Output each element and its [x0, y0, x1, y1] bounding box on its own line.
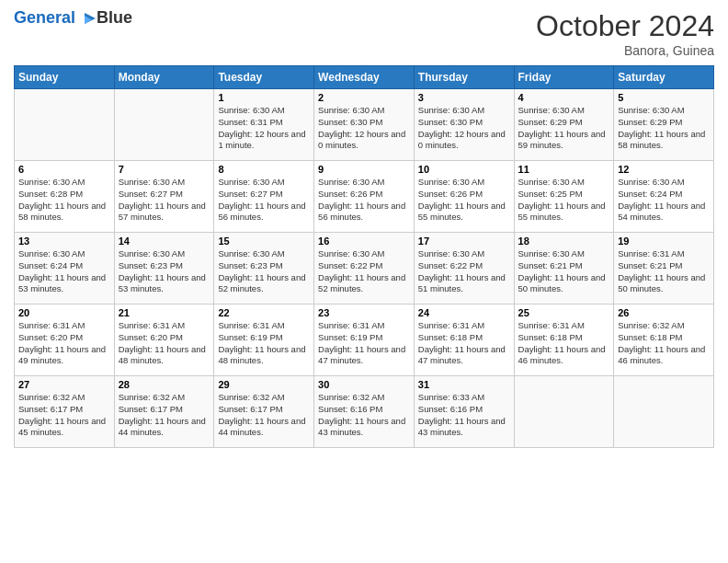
calendar-table: SundayMondayTuesdayWednesdayThursdayFrid… — [14, 65, 714, 448]
calendar-cell: 18Sunrise: 6:30 AM Sunset: 6:21 PM Dayli… — [514, 233, 614, 304]
day-number: 28 — [119, 379, 210, 390]
calendar-cell: 3Sunrise: 6:30 AM Sunset: 6:30 PM Daylig… — [414, 89, 514, 161]
calendar-cell: 26Sunrise: 6:32 AM Sunset: 6:18 PM Dayli… — [614, 304, 714, 376]
day-number: 8 — [218, 164, 310, 175]
day-content: Sunrise: 6:30 AM Sunset: 6:24 PM Dayligh… — [618, 177, 710, 224]
day-content: Sunrise: 6:31 AM Sunset: 6:18 PM Dayligh… — [518, 320, 610, 367]
month-title: October 2024 — [536, 9, 714, 43]
page: General Blue October 2024 Banora, Guinea… — [0, 0, 728, 563]
calendar-cell — [114, 89, 214, 161]
day-content: Sunrise: 6:32 AM Sunset: 6:17 PM Dayligh… — [18, 392, 110, 439]
calendar-cell: 17Sunrise: 6:30 AM Sunset: 6:22 PM Dayli… — [414, 233, 514, 304]
day-number: 14 — [119, 236, 210, 247]
day-number: 21 — [119, 307, 210, 318]
day-header-sunday: Sunday — [15, 66, 115, 89]
day-number: 9 — [318, 164, 410, 175]
day-header-saturday: Saturday — [614, 66, 714, 89]
day-content: Sunrise: 6:31 AM Sunset: 6:18 PM Dayligh… — [418, 320, 510, 367]
day-number: 18 — [518, 236, 610, 247]
day-number: 5 — [618, 92, 710, 103]
day-content: Sunrise: 6:30 AM Sunset: 6:21 PM Dayligh… — [518, 248, 610, 295]
day-number: 23 — [318, 307, 410, 318]
day-content: Sunrise: 6:33 AM Sunset: 6:16 PM Dayligh… — [418, 392, 510, 439]
header-row: SundayMondayTuesdayWednesdayThursdayFrid… — [15, 66, 714, 89]
calendar-cell: 20Sunrise: 6:31 AM Sunset: 6:20 PM Dayli… — [15, 304, 115, 376]
day-header-thursday: Thursday — [414, 66, 514, 89]
day-number: 3 — [418, 92, 510, 103]
day-content: Sunrise: 6:30 AM Sunset: 6:27 PM Dayligh… — [218, 177, 310, 224]
calendar-cell: 9Sunrise: 6:30 AM Sunset: 6:26 PM Daylig… — [314, 161, 415, 233]
calendar-cell: 19Sunrise: 6:31 AM Sunset: 6:21 PM Dayli… — [614, 233, 714, 304]
day-number: 11 — [518, 164, 610, 175]
day-number: 29 — [218, 379, 310, 390]
calendar-cell: 4Sunrise: 6:30 AM Sunset: 6:29 PM Daylig… — [514, 89, 614, 161]
week-row-2: 13Sunrise: 6:30 AM Sunset: 6:24 PM Dayli… — [15, 233, 714, 304]
day-number: 17 — [418, 236, 510, 247]
calendar-cell: 7Sunrise: 6:30 AM Sunset: 6:27 PM Daylig… — [114, 161, 214, 233]
day-content: Sunrise: 6:32 AM Sunset: 6:18 PM Dayligh… — [618, 320, 710, 367]
day-number: 19 — [618, 236, 710, 247]
calendar-cell: 5Sunrise: 6:30 AM Sunset: 6:29 PM Daylig… — [614, 89, 714, 161]
location-subtitle: Banora, Guinea — [536, 43, 714, 58]
title-section: October 2024 Banora, Guinea — [536, 9, 714, 58]
calendar-cell: 22Sunrise: 6:31 AM Sunset: 6:19 PM Dayli… — [214, 304, 314, 376]
day-content: Sunrise: 6:30 AM Sunset: 6:27 PM Dayligh… — [119, 177, 210, 224]
day-header-wednesday: Wednesday — [314, 66, 415, 89]
calendar-cell: 21Sunrise: 6:31 AM Sunset: 6:20 PM Dayli… — [114, 304, 214, 376]
day-content: Sunrise: 6:30 AM Sunset: 6:29 PM Dayligh… — [618, 105, 710, 152]
day-content: Sunrise: 6:32 AM Sunset: 6:16 PM Dayligh… — [318, 392, 410, 439]
day-header-tuesday: Tuesday — [214, 66, 314, 89]
calendar-cell: 10Sunrise: 6:30 AM Sunset: 6:26 PM Dayli… — [414, 161, 514, 233]
day-number: 20 — [18, 307, 110, 318]
calendar-cell — [15, 89, 115, 161]
calendar-cell: 13Sunrise: 6:30 AM Sunset: 6:24 PM Dayli… — [15, 233, 115, 304]
calendar-cell: 8Sunrise: 6:30 AM Sunset: 6:27 PM Daylig… — [214, 161, 314, 233]
day-header-monday: Monday — [114, 66, 214, 89]
day-content: Sunrise: 6:30 AM Sunset: 6:22 PM Dayligh… — [318, 248, 410, 295]
day-number: 16 — [318, 236, 410, 247]
logo-text2: Blue — [97, 9, 132, 28]
calendar-cell: 11Sunrise: 6:30 AM Sunset: 6:25 PM Dayli… — [514, 161, 614, 233]
day-content: Sunrise: 6:30 AM Sunset: 6:23 PM Dayligh… — [218, 248, 310, 295]
day-number: 6 — [18, 164, 110, 175]
day-number: 24 — [418, 307, 510, 318]
calendar-cell: 31Sunrise: 6:33 AM Sunset: 6:16 PM Dayli… — [414, 376, 514, 448]
day-number: 7 — [119, 164, 210, 175]
day-content: Sunrise: 6:31 AM Sunset: 6:21 PM Dayligh… — [618, 248, 710, 295]
day-header-friday: Friday — [514, 66, 614, 89]
day-content: Sunrise: 6:30 AM Sunset: 6:22 PM Dayligh… — [418, 248, 510, 295]
calendar-cell: 28Sunrise: 6:32 AM Sunset: 6:17 PM Dayli… — [114, 376, 214, 448]
day-content: Sunrise: 6:32 AM Sunset: 6:17 PM Dayligh… — [119, 392, 210, 439]
day-content: Sunrise: 6:30 AM Sunset: 6:24 PM Dayligh… — [18, 248, 110, 295]
day-content: Sunrise: 6:30 AM Sunset: 6:26 PM Dayligh… — [318, 177, 410, 224]
day-number: 1 — [218, 92, 310, 103]
day-number: 13 — [18, 236, 110, 247]
day-number: 22 — [218, 307, 310, 318]
day-number: 30 — [318, 379, 410, 390]
calendar-cell — [614, 376, 714, 448]
week-row-3: 20Sunrise: 6:31 AM Sunset: 6:20 PM Dayli… — [15, 304, 714, 376]
calendar-cell: 25Sunrise: 6:31 AM Sunset: 6:18 PM Dayli… — [514, 304, 614, 376]
day-content: Sunrise: 6:31 AM Sunset: 6:19 PM Dayligh… — [318, 320, 410, 367]
calendar-cell: 14Sunrise: 6:30 AM Sunset: 6:23 PM Dayli… — [114, 233, 214, 304]
calendar-cell: 12Sunrise: 6:30 AM Sunset: 6:24 PM Dayli… — [614, 161, 714, 233]
day-content: Sunrise: 6:31 AM Sunset: 6:19 PM Dayligh… — [218, 320, 310, 367]
logo-text: General — [14, 9, 98, 28]
day-number: 10 — [418, 164, 510, 175]
calendar-cell: 1Sunrise: 6:30 AM Sunset: 6:31 PM Daylig… — [214, 89, 314, 161]
header: General Blue October 2024 Banora, Guinea — [14, 9, 714, 58]
day-content: Sunrise: 6:30 AM Sunset: 6:28 PM Dayligh… — [18, 177, 110, 224]
day-number: 15 — [218, 236, 310, 247]
day-content: Sunrise: 6:32 AM Sunset: 6:17 PM Dayligh… — [218, 392, 310, 439]
logo: General Blue — [14, 9, 132, 28]
day-content: Sunrise: 6:30 AM Sunset: 6:30 PM Dayligh… — [418, 105, 510, 152]
calendar-cell: 23Sunrise: 6:31 AM Sunset: 6:19 PM Dayli… — [314, 304, 415, 376]
week-row-4: 27Sunrise: 6:32 AM Sunset: 6:17 PM Dayli… — [15, 376, 714, 448]
calendar-cell: 2Sunrise: 6:30 AM Sunset: 6:30 PM Daylig… — [314, 89, 415, 161]
day-number: 27 — [18, 379, 110, 390]
calendar-cell: 29Sunrise: 6:32 AM Sunset: 6:17 PM Dayli… — [214, 376, 314, 448]
calendar-cell: 15Sunrise: 6:30 AM Sunset: 6:23 PM Dayli… — [214, 233, 314, 304]
day-content: Sunrise: 6:31 AM Sunset: 6:20 PM Dayligh… — [119, 320, 210, 367]
day-content: Sunrise: 6:30 AM Sunset: 6:29 PM Dayligh… — [518, 105, 610, 152]
calendar-cell: 6Sunrise: 6:30 AM Sunset: 6:28 PM Daylig… — [15, 161, 115, 233]
